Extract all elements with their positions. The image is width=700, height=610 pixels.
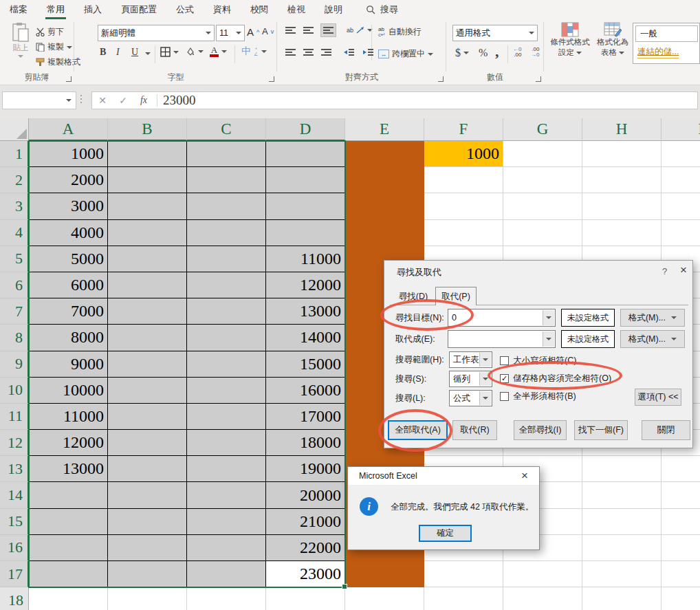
cell-F17[interactable] — [424, 561, 503, 587]
replace-format-button[interactable]: 格式(M)... — [620, 330, 685, 348]
replace-with-dropdown[interactable] — [543, 331, 554, 347]
cell-C2[interactable] — [187, 167, 266, 193]
cell-B3[interactable] — [108, 193, 187, 219]
increase-indent-button[interactable] — [363, 48, 374, 56]
cell-B6[interactable] — [108, 272, 187, 298]
align-right-button[interactable] — [321, 48, 331, 56]
name-box[interactable] — [2, 91, 76, 109]
replace-button[interactable]: 取代(R) — [452, 420, 497, 440]
font-size-combo[interactable]: 11 — [216, 25, 245, 41]
column-header-H[interactable]: H — [582, 118, 661, 141]
look-in-select[interactable]: 公式 — [449, 390, 492, 406]
cell-C7[interactable] — [187, 298, 266, 325]
row-header-4[interactable]: 4 — [0, 220, 29, 246]
cell-I1[interactable] — [661, 141, 700, 167]
cell-H18[interactable] — [582, 587, 661, 610]
cell-G1[interactable] — [503, 141, 582, 167]
cell-H16[interactable] — [582, 535, 661, 561]
close-button[interactable]: 關閉 — [642, 420, 690, 440]
row-header-6[interactable]: 6 — [0, 272, 29, 298]
cell-C13[interactable] — [187, 456, 266, 482]
tab-view[interactable]: 檢視 — [278, 0, 315, 19]
cell-G4[interactable] — [503, 220, 582, 246]
percent-button[interactable]: % — [479, 47, 488, 59]
cell-D8[interactable]: 14000 — [266, 325, 345, 351]
number-dialog-launcher-icon[interactable] — [536, 76, 541, 82]
cell-A7[interactable]: 7000 — [29, 298, 108, 325]
cell-I18[interactable] — [661, 587, 700, 610]
orientation-button[interactable]: ab — [347, 26, 373, 34]
match-width-checkbox[interactable]: 全半形須相符(B) — [500, 391, 576, 402]
column-header-I[interactable]: I — [661, 118, 700, 141]
font-dialog-launcher-icon[interactable] — [269, 76, 274, 82]
cell-A11[interactable]: 11000 — [29, 404, 108, 430]
cell-H4[interactable] — [582, 220, 661, 246]
cell-F18[interactable] — [424, 587, 503, 610]
increase-decimal-button[interactable]: ←0 .00 — [513, 47, 521, 58]
decrease-font-button[interactable]: Av — [262, 26, 274, 36]
cell-C18[interactable] — [187, 587, 266, 610]
cell-D12[interactable]: 18000 — [266, 430, 345, 456]
row-header-5[interactable]: 5 — [0, 246, 29, 272]
cell-C17[interactable] — [187, 561, 266, 587]
underline-button[interactable]: U — [131, 47, 138, 58]
cell-I4[interactable] — [661, 220, 700, 246]
tab-home[interactable]: 常用 — [37, 0, 74, 19]
cell-A8[interactable]: 8000 — [29, 325, 108, 351]
row-header-8[interactable]: 8 — [0, 325, 29, 351]
clipboard-dialog-launcher-icon[interactable] — [66, 76, 72, 82]
tab-formulas[interactable]: 公式 — [166, 0, 204, 19]
cell-D15[interactable]: 21000 — [266, 509, 345, 535]
bold-button[interactable]: B — [100, 47, 106, 58]
cell-I3[interactable] — [661, 193, 700, 219]
within-select[interactable]: 工作表 — [449, 351, 492, 368]
italic-button[interactable]: I — [116, 47, 120, 58]
cell-B15[interactable] — [108, 509, 187, 535]
number-format-combo[interactable]: 通用格式 — [452, 25, 538, 41]
increase-font-button[interactable]: A^ — [247, 26, 259, 38]
cell-B1[interactable] — [108, 141, 187, 167]
conditional-formatting-button[interactable]: 條件式格式 設定 — [549, 22, 591, 58]
cell-A4[interactable]: 4000 — [29, 220, 108, 246]
fill-handle[interactable] — [342, 584, 347, 589]
find-all-button[interactable]: 全部尋找(I) — [514, 420, 567, 440]
find-next-button[interactable]: 找下一個(F) — [574, 420, 628, 440]
row-header-14[interactable]: 14 — [0, 482, 29, 508]
cell-D11[interactable]: 17000 — [266, 404, 345, 430]
fill-color-button[interactable] — [185, 47, 204, 56]
dialog-close-button[interactable]: × — [680, 263, 687, 277]
cell-style-normal[interactable]: 一般 — [635, 25, 698, 42]
cell-C11[interactable] — [187, 404, 266, 430]
cell-C14[interactable] — [187, 482, 266, 508]
cell-F4[interactable] — [424, 220, 503, 246]
cell-D5[interactable]: 11000 — [266, 246, 345, 272]
comma-style-button[interactable]: , — [495, 43, 499, 61]
cell-E1[interactable] — [345, 141, 424, 167]
cell-C5[interactable] — [187, 246, 266, 272]
column-header-B[interactable]: B — [108, 118, 187, 141]
cell-D6[interactable]: 12000 — [266, 272, 345, 298]
tab-review[interactable]: 校閱 — [241, 0, 278, 19]
cell-B12[interactable] — [108, 430, 187, 456]
cell-E3[interactable] — [345, 193, 424, 219]
decrease-decimal-button[interactable]: .00 →0 — [531, 47, 539, 58]
cell-B9[interactable] — [108, 351, 187, 378]
cell-C16[interactable] — [187, 535, 266, 561]
cell-B4[interactable] — [108, 220, 187, 246]
cell-A1[interactable]: 1000 — [29, 141, 108, 167]
currency-button[interactable]: $ — [455, 47, 469, 59]
tab-file[interactable]: 檔案 — [0, 0, 37, 19]
cell-I16[interactable] — [661, 535, 700, 561]
row-header-7[interactable]: 7 — [0, 298, 29, 325]
cell-A6[interactable]: 6000 — [29, 272, 108, 298]
options-button[interactable]: 選項(T) << — [635, 389, 681, 406]
cell-D4[interactable] — [266, 220, 345, 246]
cell-A10[interactable]: 10000 — [29, 378, 108, 404]
cell-F2[interactable] — [424, 167, 503, 193]
insert-function-icon[interactable]: fx — [133, 95, 154, 106]
cell-B14[interactable] — [108, 482, 187, 508]
cell-D16[interactable]: 22000 — [266, 535, 345, 561]
cell-A18[interactable] — [29, 587, 108, 610]
cell-G3[interactable] — [503, 193, 582, 219]
cell-H15[interactable] — [582, 509, 661, 535]
